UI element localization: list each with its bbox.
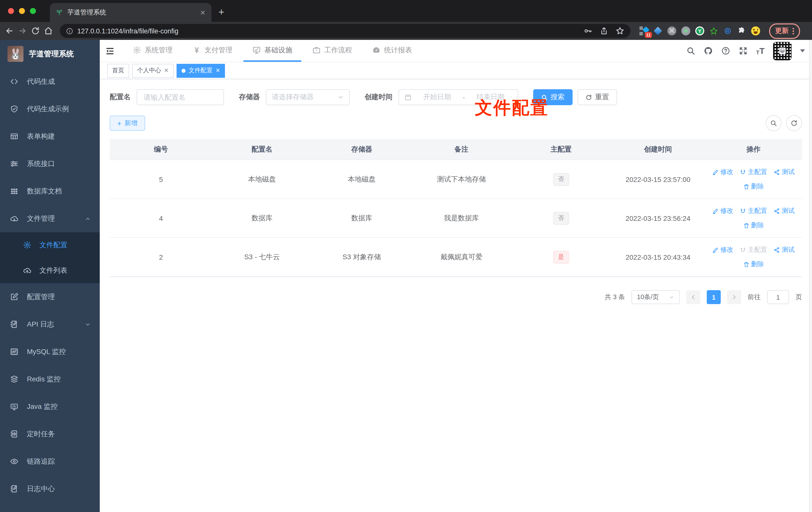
add-button[interactable]: + 新增 xyxy=(110,116,145,131)
search-icon xyxy=(770,120,777,127)
page-scrollbar[interactable] xyxy=(809,40,812,512)
reset-button[interactable]: 重置 xyxy=(578,89,617,105)
top-menu-system[interactable]: 系统管理 xyxy=(124,40,181,62)
sidebar-item-form-builder[interactable]: 表单构建 xyxy=(0,123,100,150)
close-window-button[interactable] xyxy=(8,8,14,14)
config-name-input[interactable] xyxy=(137,89,224,105)
sidebar-item-scheduled-tasks[interactable]: 定时任务 xyxy=(0,420,100,448)
sidebar-collapse-icon[interactable] xyxy=(100,46,120,56)
reload-icon[interactable] xyxy=(31,26,40,35)
delete-link[interactable]: 删除 xyxy=(743,260,764,269)
sidebar-item-db-doc[interactable]: 数据库文档 xyxy=(0,178,100,205)
delete-link[interactable]: 删除 xyxy=(743,182,764,191)
top-menu-workflow[interactable]: 工作流程 xyxy=(303,40,361,62)
sidebar-item-file-list[interactable]: 文件列表 xyxy=(0,258,100,283)
help-icon[interactable] xyxy=(721,47,730,55)
back-icon[interactable] xyxy=(5,26,14,35)
fullscreen-icon[interactable] xyxy=(739,47,748,55)
sidebar-item-file-config[interactable]: 文件配置 xyxy=(0,232,100,258)
cloud-upload-icon xyxy=(23,266,31,275)
github-icon[interactable] xyxy=(704,47,713,55)
search-icon[interactable] xyxy=(686,47,695,55)
home-icon[interactable] xyxy=(44,26,53,35)
active-dot xyxy=(181,68,185,72)
sidebar-item-api-log[interactable]: API 日志 xyxy=(0,310,100,338)
filter-form: 配置名 存储器 请选择存储器 创建时间 xyxy=(110,89,802,105)
user-avatar[interactable] xyxy=(773,42,791,60)
sidebar-item-tracing[interactable]: 链路追踪 xyxy=(0,448,100,475)
browser-tab[interactable]: 芋道管理系统 ✕ xyxy=(50,3,211,22)
sidebar-item-code-gen[interactable]: 代码生成 xyxy=(0,68,100,95)
page-size-select[interactable]: 10条/页 xyxy=(632,290,680,304)
red-annotation-text: 文件配置 xyxy=(475,96,549,120)
master-tag: 否 xyxy=(553,212,569,224)
tag-file-config[interactable]: 文件配置 ✕ xyxy=(177,64,225,78)
avatar-caret-icon[interactable] xyxy=(800,49,805,52)
next-page-button[interactable] xyxy=(727,290,741,304)
minimize-window-button[interactable] xyxy=(19,8,25,14)
browser-update-button[interactable]: 更新 xyxy=(769,23,800,39)
edit-link[interactable]: 修改 xyxy=(713,206,733,215)
grey-dot-extension-icon[interactable] xyxy=(681,26,690,35)
app-logo[interactable]: 🐰 芋道管理系统 xyxy=(0,40,100,68)
master-link[interactable]: 主配置 xyxy=(740,206,767,215)
forward-icon[interactable] xyxy=(18,26,27,35)
master-link[interactable]: 主配置 xyxy=(740,168,767,177)
sidebar-item-redis-monitor[interactable]: Redis 监控 xyxy=(0,365,100,393)
top-menu-infrastructure[interactable]: 基础设施 xyxy=(243,40,301,62)
show-search-button[interactable] xyxy=(765,115,782,131)
edit-link[interactable]: 修改 xyxy=(713,168,733,177)
star-extension-icon[interactable] xyxy=(709,26,718,35)
sidebar-item-code-demo[interactable]: 代码生成示例 xyxy=(0,95,100,123)
kite-extension-icon[interactable] xyxy=(654,26,662,35)
y-extension-icon[interactable]: Y xyxy=(695,26,704,35)
goto-page-input[interactable] xyxy=(767,290,789,304)
share-icon[interactable] xyxy=(600,26,609,35)
top-menu-payment[interactable]: ¥ 支付管理 xyxy=(183,40,241,62)
puzzle-extension-icon[interactable] xyxy=(737,26,746,35)
trash-icon xyxy=(743,261,750,268)
eye-icon xyxy=(10,457,19,465)
tab-close-icon[interactable]: ✕ xyxy=(200,9,205,16)
browser-menu-icon[interactable] xyxy=(792,28,794,34)
sidebar-item-system-api[interactable]: 系统接口 xyxy=(0,150,100,178)
tag-home[interactable]: 首页 xyxy=(107,64,129,78)
sidebar-item-java-monitor[interactable]: Java 监控 xyxy=(0,393,100,420)
test-link[interactable]: 测试 xyxy=(774,206,795,215)
page-number-current[interactable]: 1 xyxy=(707,290,721,304)
close-icon[interactable]: ✕ xyxy=(215,67,220,74)
site-info-icon[interactable] xyxy=(66,27,73,35)
sidebar-extension-icon[interactable]: 11 xyxy=(639,26,648,35)
share-nodes-icon xyxy=(774,208,780,214)
monitor-check-icon xyxy=(252,46,261,54)
command-extension-icon[interactable]: ⌘ xyxy=(667,26,676,35)
sidebar-item-file-management[interactable]: 文件管理 xyxy=(0,205,100,232)
goto-label: 前往 xyxy=(748,293,761,302)
test-link[interactable]: 测试 xyxy=(774,245,795,254)
start-date-placeholder[interactable]: 开始日期 xyxy=(415,93,459,102)
pagination: 共 3 条 10条/页 1 前往 页 xyxy=(110,290,802,304)
storage-select[interactable]: 请选择存储器 xyxy=(266,89,350,105)
refresh-table-button[interactable] xyxy=(786,115,802,131)
test-link[interactable]: 测试 xyxy=(774,168,795,177)
zoom-window-button[interactable] xyxy=(30,8,36,14)
master-tag: 否 xyxy=(553,173,569,186)
navbar-right-tools: TT xyxy=(686,42,812,60)
password-key-icon[interactable] xyxy=(584,26,592,35)
close-icon[interactable]: ✕ xyxy=(164,67,169,74)
bookmark-star-icon[interactable] xyxy=(615,26,625,35)
tag-profile[interactable]: 个人中心 ✕ xyxy=(132,64,174,78)
edit-link[interactable]: 修改 xyxy=(713,245,733,254)
font-size-icon[interactable]: TT xyxy=(756,47,764,55)
delete-link[interactable]: 删除 xyxy=(743,221,764,230)
edit-icon xyxy=(10,293,19,301)
prev-page-button[interactable] xyxy=(686,290,700,304)
new-tab-button[interactable]: + xyxy=(219,6,224,18)
eye-extension-icon[interactable] xyxy=(723,26,732,35)
address-bar[interactable]: 127.0.0.1:1024/infra/file/file-config xyxy=(60,24,631,38)
sidebar-item-mysql-monitor[interactable]: MySQL 监控 xyxy=(0,338,100,365)
emoji-extension-icon[interactable] xyxy=(751,26,760,35)
top-menu-reports[interactable]: 统计报表 xyxy=(363,40,421,62)
sidebar-item-log-center[interactable]: 日志中心 xyxy=(0,475,100,503)
sidebar-item-config-management[interactable]: 配置管理 xyxy=(0,283,100,310)
